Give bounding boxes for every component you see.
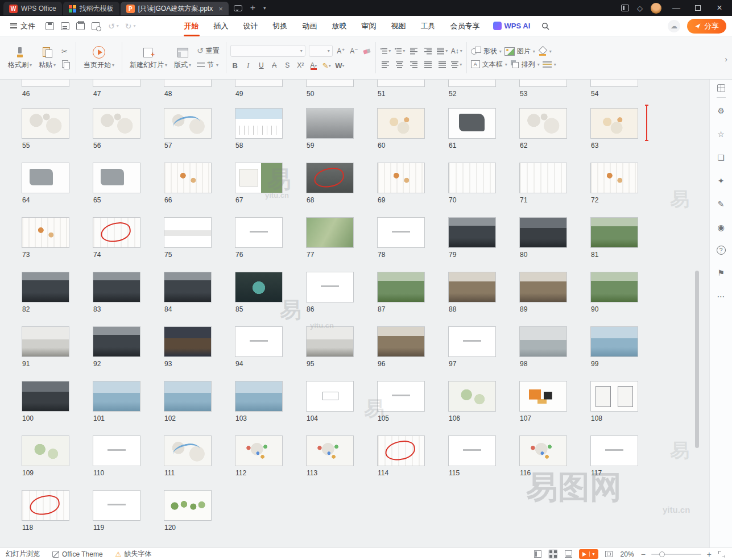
slide-thumbnail[interactable] [448,272,496,302]
user-avatar[interactable] [651,3,661,14]
slide-thumbnail[interactable] [93,108,140,139]
slide-thumbnail[interactable] [448,217,496,248]
slide-thumbnail[interactable] [306,163,354,193]
slide-thumbnail[interactable] [448,163,496,193]
redo-button[interactable]: ↻ [125,22,132,31]
slide-thumbnail[interactable] [377,381,425,412]
slide-thumbnail[interactable] [448,381,496,412]
assistant-bubble-icon[interactable] [230,1,246,15]
clear-format-button[interactable] [362,47,371,55]
slide-thumbnail[interactable] [519,163,567,193]
help-icon[interactable]: ? [717,246,726,255]
slide-thumbnail[interactable] [235,435,283,466]
zoom-out-button[interactable]: − [641,550,646,559]
vertical-scrollbar-thumb[interactable] [695,271,699,448]
navigation-map-icon[interactable]: ◉ [716,222,726,233]
slide-thumbnail[interactable] [164,381,212,412]
decrease-font-button[interactable]: A⁻ [349,46,359,56]
picture-button[interactable]: 图片▾ [504,47,535,56]
section-button[interactable]: 节▾ [197,60,220,70]
text-direction-button[interactable]: A↕▾ [451,46,462,56]
slide-thumbnail[interactable] [519,108,567,139]
justify-button[interactable] [423,60,434,70]
slide-thumbnail[interactable] [306,272,354,302]
paragraph-spacing-button[interactable]: ▾ [451,60,462,70]
tab-review[interactable]: 审阅 [354,16,384,36]
copy-page-icon[interactable]: ❏ [716,152,726,163]
slide-thumbnail[interactable] [164,326,212,357]
slide-thumbnail[interactable] [377,272,425,302]
slide-thumbnail[interactable] [590,217,638,248]
guide-flag-icon[interactable]: ⚑ [716,268,726,278]
slide-thumbnail[interactable] [93,435,140,466]
slide-thumbnail[interactable] [235,272,283,302]
slide-thumbnail[interactable] [93,490,140,521]
slide-thumbnail[interactable] [22,80,69,87]
expand-ribbon-chevron[interactable]: › [725,55,727,64]
tab-template-store[interactable]: 找稻壳模板 [63,2,119,15]
theme-indicator[interactable]: Office Theme [52,550,103,558]
slide-thumbnail[interactable] [377,163,425,193]
font-color-button[interactable]: A▾ [309,60,319,70]
textbox-button[interactable]: A文本框▾ [471,60,507,69]
slide-thumbnail[interactable] [306,217,354,248]
slide-thumbnail[interactable] [448,435,496,466]
slide-thumbnail[interactable] [377,435,425,466]
cloud-sync-icon[interactable]: ☁ [668,20,680,32]
slide-thumbnail[interactable] [164,163,212,193]
slide-thumbnail[interactable] [22,326,69,357]
slide-thumbnail[interactable] [22,217,69,248]
copy-button[interactable] [61,60,69,68]
bold-button[interactable]: B [230,60,240,70]
slide-thumbnail[interactable] [519,326,567,357]
zoom-in-button[interactable]: + [707,550,712,559]
print-preview-button[interactable] [92,22,100,30]
new-slide-button[interactable]: 新建幻灯片▾ [126,39,171,76]
underline-button[interactable]: U [257,60,266,70]
print-button[interactable] [76,22,85,30]
slide-thumbnail[interactable] [164,435,212,466]
slide-thumbnail[interactable] [235,326,283,357]
tab-transitions[interactable]: 切换 [266,16,295,36]
fit-slide-button[interactable] [604,550,614,558]
tab-animation[interactable]: 动画 [295,16,325,36]
favorites-star-icon[interactable]: ☆ [716,129,726,139]
slide-thumbnail[interactable] [93,163,140,193]
new-tab-button[interactable]: + [246,1,259,15]
line-spacing-button[interactable]: ▾ [437,46,448,56]
redo-dropdown[interactable]: ▾ [133,23,135,28]
slide-thumbnail[interactable] [164,272,212,302]
search-button[interactable] [536,22,555,30]
tab-design[interactable]: 设计 [236,16,266,36]
slide-thumbnail[interactable] [306,108,354,139]
file-menu[interactable]: 文件 [6,21,40,31]
more-options-icon[interactable]: ⋯ [716,291,726,301]
zoom-slider[interactable] [651,554,701,555]
slide-thumbnail[interactable] [235,80,283,87]
slide-thumbnail[interactable] [590,381,638,412]
slide-thumbnail[interactable] [377,217,425,248]
slide-thumbnail[interactable] [590,326,638,357]
slide-thumbnail[interactable] [519,217,567,248]
slide-thumbnail[interactable] [22,490,69,521]
distribute-button[interactable] [437,60,448,70]
undo-button[interactable]: ↺ [108,22,115,31]
paste-button[interactable]: 粘贴▾ [35,39,59,76]
text-effects-button[interactable]: W▾ [335,60,345,70]
slide-thumbnail[interactable] [235,108,283,139]
slide-thumbnail[interactable] [590,163,638,193]
increase-indent-button[interactable] [423,46,434,56]
format-painter-button[interactable]: 格式刷▾ [5,39,35,76]
numbered-list-button[interactable]: ▾ [394,46,406,56]
smart-features-icon[interactable]: ✦ [716,176,726,186]
fill-color-button[interactable]: ▾ [538,47,552,56]
slide-thumbnail[interactable] [22,381,69,412]
text-shadow-button[interactable]: S [283,60,292,70]
play-from-current-button[interactable]: 当页开始▾ [80,39,118,76]
slide-thumbnail[interactable] [93,272,140,302]
properties-icon[interactable]: ⚙ [716,106,726,116]
tab-tools[interactable]: 工具 [413,16,443,36]
maximize-button[interactable] [691,5,705,11]
slideshow-play-button[interactable]: ▾ [579,549,598,559]
close-document-tab-icon[interactable]: × [218,5,223,13]
